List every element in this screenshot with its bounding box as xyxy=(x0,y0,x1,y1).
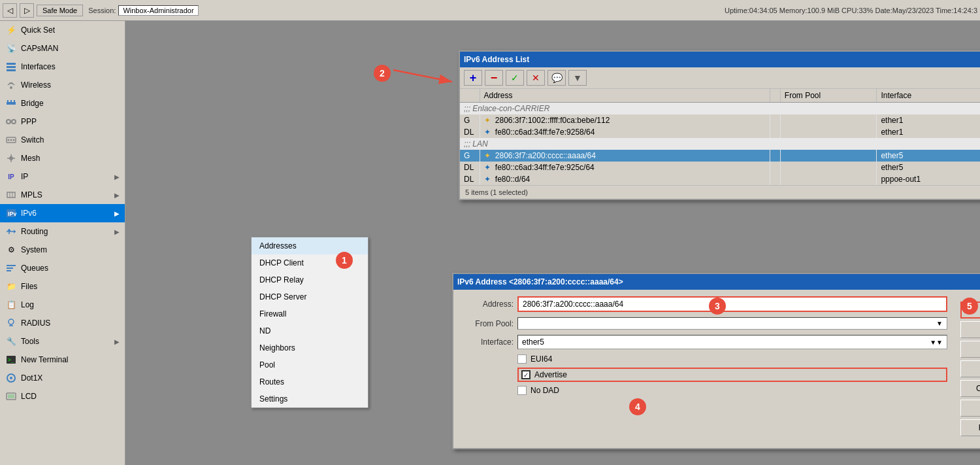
sidebar-item-wireless[interactable]: Wireless xyxy=(0,76,125,94)
row-divider xyxy=(770,150,780,162)
log-icon: 📋 xyxy=(5,299,17,311)
sidebar-item-switch[interactable]: Switch xyxy=(0,131,125,149)
table-row[interactable]: DL ✦ fe80::c6ad:34ff:fe7e:925c/64 ether5… xyxy=(460,162,980,173)
table-row[interactable]: DL ✦ fe80::c6ad:34ff:fe7e:9258/64 ether1… xyxy=(460,126,980,138)
quick-set-icon: ⚡ xyxy=(5,24,17,36)
sidebar-item-radius[interactable]: RADIUS xyxy=(0,314,125,332)
safe-mode-button[interactable]: Safe Mode xyxy=(37,5,83,16)
svg-point-15 xyxy=(9,156,13,160)
remove-button[interactable]: Remove xyxy=(960,419,980,436)
edit-buttons: OK Cancel Apply Disable Comment Copy Rem… xyxy=(955,296,980,441)
sidebar-label-wireless: Wireless xyxy=(21,80,120,90)
copy-button[interactable]: Copy xyxy=(960,400,980,417)
submenu-item-dhcp-server[interactable]: DHCP Server xyxy=(252,288,368,305)
sidebar-item-interfaces[interactable]: Interfaces xyxy=(0,58,125,76)
badge-4: 4 xyxy=(629,398,646,415)
from-pool-dropdown[interactable]: ▼ xyxy=(517,317,947,330)
advertise-label: Advertise xyxy=(534,370,567,379)
svg-rect-29 xyxy=(7,265,16,266)
row-status-icon: ✦ xyxy=(484,116,491,125)
eui64-checkbox[interactable] xyxy=(517,354,527,364)
sidebar-label-bridge: Bridge xyxy=(21,99,120,108)
sidebar-label-switch: Switch xyxy=(21,135,120,145)
from-pool-row: From Pool: ▼ xyxy=(461,317,947,330)
files-icon: 📁 xyxy=(5,281,17,292)
sidebar-label-interfaces: Interfaces xyxy=(21,62,120,71)
routing-icon xyxy=(5,226,17,237)
add-button[interactable]: + xyxy=(464,70,482,86)
back-button[interactable]: ◁ xyxy=(3,3,17,18)
row-interface: ether5 xyxy=(877,150,980,162)
sidebar-item-capsman[interactable]: 📡 CAPsMAN xyxy=(0,39,125,58)
sidebar-item-new-terminal[interactable]: >_ New Terminal xyxy=(0,351,125,369)
submenu-item-addresses[interactable]: Addresses xyxy=(252,237,368,254)
submenu-item-pool[interactable]: Pool xyxy=(252,356,368,373)
sidebar-label-capsman: CAPsMAN xyxy=(21,44,120,53)
cancel-button[interactable]: Cancel xyxy=(960,321,980,338)
svg-rect-2 xyxy=(7,69,16,71)
no-dad-checkbox[interactable] xyxy=(517,386,527,395)
comment-button[interactable]: Comment xyxy=(960,380,980,397)
submenu-item-routes[interactable]: Routes xyxy=(252,373,368,390)
sidebar-item-quick-set[interactable]: ⚡ Quick Set xyxy=(0,21,125,39)
interface-value: ether5 xyxy=(522,337,544,347)
row-address: ✦ fe80::c6ad:34ff:fe7e:9258/64 xyxy=(480,126,770,138)
ipv6-list-status: 5 items (1 selected) xyxy=(460,185,980,199)
th-from-pool[interactable]: From Pool xyxy=(780,89,877,103)
apply-button[interactable]: Apply xyxy=(960,341,980,358)
interface-dropdown[interactable]: ether5 ▼▼ xyxy=(517,335,947,349)
sidebar-item-ppp[interactable]: PPP xyxy=(0,112,125,131)
sidebar-item-log[interactable]: 📋 Log xyxy=(0,296,125,314)
row-status-icon: ✦ xyxy=(484,128,491,137)
sidebar-item-lcd[interactable]: LCD xyxy=(0,387,125,405)
submenu-item-dhcp-relay[interactable]: DHCP Relay xyxy=(252,271,368,288)
row-from-pool xyxy=(780,150,877,162)
submenu-item-firewall[interactable]: Firewall xyxy=(252,305,368,322)
sidebar-item-system[interactable]: ⚙ System xyxy=(0,241,125,259)
comment-button[interactable]: 💬 xyxy=(547,70,566,86)
sidebar-item-routing[interactable]: Routing ▶ xyxy=(0,222,125,241)
submenu-item-neighbors[interactable]: Neighbors xyxy=(252,339,368,356)
sidebar-item-files[interactable]: 📁 Files xyxy=(0,277,125,296)
sidebar-item-ip[interactable]: IP IP ▶ xyxy=(0,167,125,186)
submenu-item-nd[interactable]: ND xyxy=(252,322,368,339)
row-divider xyxy=(770,162,780,173)
row-flag: DL xyxy=(460,162,480,173)
row-address-value: fe80::c6ad:34ff:fe7e:9258/64 xyxy=(495,128,595,137)
svg-rect-6 xyxy=(10,100,12,105)
sidebar-item-dot1x[interactable]: Dot1X xyxy=(0,369,125,387)
bridge-icon xyxy=(5,97,17,109)
svg-marker-28 xyxy=(7,229,11,231)
routing-arrow: ▶ xyxy=(114,228,120,235)
sidebar-item-mpls[interactable]: MPLS ▶ xyxy=(0,186,125,204)
row-status-icon: ✦ xyxy=(484,175,491,184)
th-interface[interactable]: Interface xyxy=(877,89,980,103)
table-row[interactable]: G ✦ 2806:3f7:1002::ffff:f0ca:bebe/112 et… xyxy=(460,114,980,126)
sidebar-item-tools[interactable]: 🔧 Tools ▶ xyxy=(0,332,125,351)
table-row-selected[interactable]: G ✦ 2806:3f7:a200:cccc::aaaa/64 ether5 y… xyxy=(460,150,980,162)
content-area: Addresses DHCP Client DHCP Relay DHCP Se… xyxy=(125,21,980,465)
sidebar-item-mesh[interactable]: Mesh xyxy=(0,149,125,167)
ipv6-list-titlebar: IPv6 Address List _ ✕ xyxy=(460,52,980,67)
advertise-checkbox[interactable] xyxy=(521,370,531,379)
forward-button[interactable]: ▷ xyxy=(20,3,34,18)
address-input[interactable] xyxy=(517,296,947,312)
svg-rect-7 xyxy=(14,100,15,105)
submenu-item-settings[interactable]: Settings xyxy=(252,390,368,407)
svg-marker-26 xyxy=(14,230,16,233)
disable-button[interactable]: ✕ xyxy=(527,70,545,86)
remove-button[interactable]: − xyxy=(485,70,503,86)
disable-button[interactable]: Disable xyxy=(960,360,980,377)
row-status-icon: ✦ xyxy=(484,163,491,172)
filter-button[interactable]: ▼ xyxy=(568,70,587,86)
sidebar-label-routing: Routing xyxy=(21,227,110,236)
table-row[interactable]: DL ✦ fe80::d/64 pppoe-out1 no xyxy=(460,173,980,185)
sidebar-item-queues[interactable]: Queues xyxy=(0,259,125,277)
sidebar-item-bridge[interactable]: Bridge xyxy=(0,94,125,112)
row-flag: G xyxy=(460,114,480,126)
svg-rect-30 xyxy=(7,267,13,269)
row-address-value: 2806:3f7:a200:cccc::aaaa/64 xyxy=(495,151,596,160)
enable-button[interactable]: ✓ xyxy=(506,70,524,86)
th-address[interactable]: Address xyxy=(480,89,770,103)
sidebar-item-ipv6[interactable]: IPv6 IPv6 ▶ xyxy=(0,204,125,222)
